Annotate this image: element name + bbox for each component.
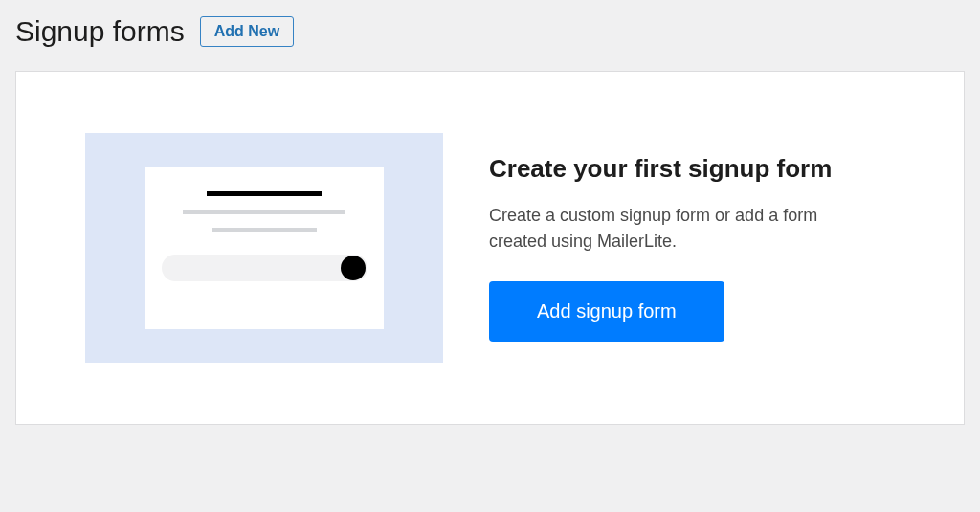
illustration-text-line bbox=[212, 228, 317, 232]
illustration-text-line bbox=[183, 210, 345, 214]
empty-state-heading: Create your first signup form bbox=[489, 154, 832, 184]
illustration-submit-circle bbox=[341, 256, 366, 280]
add-new-button[interactable]: Add New bbox=[200, 16, 294, 47]
form-illustration-inner bbox=[145, 167, 384, 329]
empty-state-content: Create your first signup form Create a c… bbox=[489, 154, 895, 342]
illustration-input-pill bbox=[162, 255, 368, 281]
page-header: Signup forms Add New bbox=[15, 15, 965, 48]
empty-state-card: Create your first signup form Create a c… bbox=[15, 71, 965, 425]
page-title: Signup forms bbox=[15, 15, 185, 48]
add-signup-form-button[interactable]: Add signup form bbox=[489, 281, 724, 342]
empty-state-description: Create a custom signup form or add a for… bbox=[489, 203, 853, 255]
illustration-title-line bbox=[207, 191, 322, 196]
form-illustration bbox=[85, 133, 443, 363]
